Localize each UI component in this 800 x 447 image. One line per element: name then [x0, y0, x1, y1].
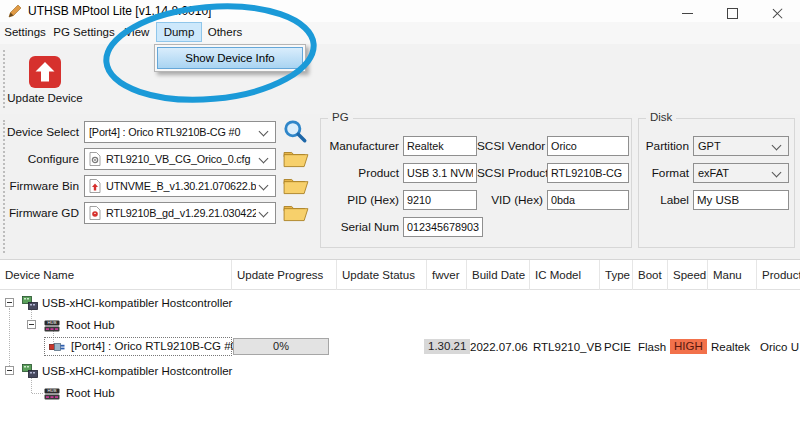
format-value: exFAT	[694, 167, 769, 179]
pg-group-title: PG	[328, 111, 353, 123]
col-update-progress[interactable]: Update Progress	[232, 260, 337, 290]
hostcontroller-icon	[22, 364, 38, 378]
update-device-label: Update Device	[6, 92, 84, 104]
device-select-combo[interactable]: [Port4] : Orico RTL9210B-CG #0	[84, 121, 276, 143]
firmware-gd-label: Firmware GD	[0, 202, 79, 224]
collapse-icon[interactable]	[5, 298, 14, 307]
scsi-product-field[interactable]	[547, 163, 629, 183]
hostcontroller-icon	[22, 296, 38, 310]
boot-cell: Flash	[638, 336, 666, 358]
scsi-vendor-field[interactable]	[547, 136, 629, 156]
col-fwver[interactable]: fwver	[427, 260, 467, 290]
fwver-cell: 1.30.21	[424, 339, 470, 354]
disk-label-label: Label	[639, 190, 689, 210]
menu-item-show-device-info[interactable]: Show Device Info	[157, 47, 303, 69]
product-field[interactable]	[403, 163, 477, 183]
svg-text:HUB: HUB	[48, 388, 57, 393]
chevron-down-icon	[259, 207, 269, 217]
chevron-down-icon	[772, 167, 782, 177]
firmware-gd-combo[interactable]: RTL9210B_gd_v1.29.21.030422.bin	[84, 202, 276, 224]
col-build-date[interactable]: Build Date	[467, 260, 530, 290]
partition-label: Partition	[639, 136, 689, 156]
col-update-status[interactable]: Update Status	[337, 260, 427, 290]
device-select-value: [Port4] : Orico RTL9210B-CG #0	[85, 126, 256, 138]
manufacturer-field[interactable]	[403, 136, 477, 156]
col-product[interactable]: Product	[757, 260, 800, 290]
tree-row-label: [Port4] : Orico RTL9210B-CG #0	[71, 338, 237, 355]
tree-row-label: Root Hub	[66, 314, 115, 336]
menu-view[interactable]: View	[118, 22, 156, 42]
menu-pg-settings[interactable]: PG Settings	[50, 22, 118, 42]
browse-config-button[interactable]	[282, 147, 310, 171]
pid-field[interactable]	[403, 190, 477, 210]
product-cell: Orico U	[760, 336, 799, 358]
firmware-file-icon	[88, 179, 102, 193]
manufacturer-label: Manufacturer	[321, 136, 399, 156]
col-manu[interactable]: Manu	[708, 260, 757, 290]
col-boot[interactable]: Boot	[633, 260, 668, 290]
tree-row-root-hub-2[interactable]: HUB Root Hub	[0, 382, 800, 404]
serial-num-field[interactable]	[403, 217, 483, 237]
tree-row-root-hub-1[interactable]: HUB Root Hub	[0, 314, 800, 336]
magnifier-icon	[282, 118, 308, 144]
collapse-icon[interactable]	[27, 320, 36, 329]
menu-bar: SettingsPG SettingsViewDumpOthers	[0, 22, 800, 45]
configure-label: Configure	[0, 148, 79, 170]
folder-icon	[283, 176, 309, 196]
col-speed[interactable]: Speed	[668, 260, 708, 290]
update-device-icon	[28, 55, 62, 89]
app-pencil-icon	[7, 3, 23, 19]
device-select-label: Device Select	[0, 121, 79, 143]
tree-row-hostcontroller-1[interactable]: USB-xHCI-kompatibler Hostcontroller	[0, 292, 800, 314]
hub-icon: HUB	[44, 387, 60, 401]
firmware-gd-value: RTL9210B_gd_v1.29.21.030422.bin	[102, 207, 256, 219]
firmware-bin-combo[interactable]: UTNVME_B_v1.30.21.070622.bin	[84, 175, 276, 197]
selected-device-item[interactable]: [Port4] : Orico RTL9210B-CG #0	[44, 337, 232, 356]
pid-label: PID (Hex)	[321, 190, 399, 210]
tree-row-label: Root Hub	[66, 382, 115, 404]
product-label: Product	[321, 163, 399, 183]
type-cell: PCIE	[604, 336, 631, 358]
manu-cell: Realtek	[711, 336, 750, 358]
speed-badge: HIGH	[670, 339, 707, 354]
window-title: UTHSB MPtool Lite [v1.14.8.0010]	[28, 0, 211, 23]
collapse-icon[interactable]	[5, 366, 14, 375]
scsi-vendor-label: SCSI Vendor	[477, 136, 543, 156]
browse-firmware-bin-button[interactable]	[282, 174, 310, 198]
menu-settings[interactable]: Settings	[0, 22, 50, 42]
menu-dump[interactable]: Dump	[156, 22, 202, 42]
toolbar-gripper	[3, 50, 5, 108]
config-file-icon	[88, 152, 102, 166]
col-type[interactable]: Type	[600, 260, 633, 290]
partition-select[interactable]: GPT	[693, 136, 789, 156]
scsi-product-label: SCSI Product	[477, 163, 543, 183]
chevron-down-icon	[259, 153, 269, 163]
chevron-down-icon	[772, 140, 782, 150]
disk-groupbox: Disk Partition GPT Format exFAT Label	[638, 118, 795, 248]
menu-others[interactable]: Others	[202, 22, 248, 42]
col-ic-model[interactable]: IC Model	[530, 260, 600, 290]
device-table-header: Device Name Update Progress Update Statu…	[0, 259, 800, 290]
firmware-bin-value: UTNVME_B_v1.30.21.070622.bin	[102, 180, 256, 192]
firmware-gd-file-icon	[88, 206, 102, 220]
search-device-button[interactable]	[281, 119, 309, 143]
dump-menu-dropdown: Show Device Info	[154, 44, 306, 72]
vid-field[interactable]	[547, 190, 629, 210]
folder-icon	[283, 203, 309, 223]
disk-label-field[interactable]	[693, 190, 789, 210]
disk-group-title: Disk	[646, 111, 676, 123]
maximize-icon	[727, 8, 738, 19]
configure-combo[interactable]: RTL9210_VB_CG_Orico_0.cfg	[84, 148, 276, 170]
serial-num-label: Serial Num	[321, 217, 399, 237]
col-device-name[interactable]: Device Name	[0, 260, 232, 290]
minimize-icon	[682, 13, 693, 14]
tree-row-hostcontroller-2[interactable]: USB-xHCI-kompatibler Hostcontroller	[0, 360, 800, 382]
update-progress-bar: 0%	[233, 338, 329, 355]
usb-plug-icon	[49, 341, 65, 353]
update-device-button[interactable]: Update Device	[6, 55, 84, 104]
browse-firmware-gd-button[interactable]	[282, 201, 310, 225]
tree-row-port-device[interactable]: [Port4] : Orico RTL9210B-CG #0 0% 1.30.2…	[0, 336, 800, 358]
app-window: UTHSB MPtool Lite [v1.14.8.0010] Setting…	[0, 0, 800, 447]
format-select[interactable]: exFAT	[693, 163, 789, 183]
toolbar: Update Device	[0, 44, 800, 114]
